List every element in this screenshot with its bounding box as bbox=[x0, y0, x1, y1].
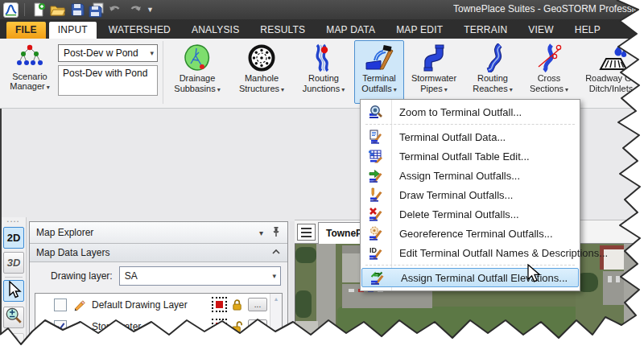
tool-select-cursor-button[interactable] bbox=[3, 280, 24, 302]
layer-options-button[interactable]: ... bbox=[248, 319, 267, 333]
panel-menu-caret-icon[interactable]: ▾ bbox=[259, 229, 263, 237]
tab-map-data[interactable]: MAP DATA bbox=[317, 22, 384, 39]
tool-zoom-forward-button bbox=[3, 333, 24, 350]
tool-2d-label: 2D bbox=[7, 232, 21, 244]
toolbar-grip[interactable]: •••• bbox=[2, 217, 26, 225]
menu-item-label: Terminal Outfall Table Edit... bbox=[391, 150, 530, 163]
tab-analysis[interactable]: ANALYSIS bbox=[183, 22, 248, 39]
ribbon-button-label: Routing bbox=[477, 73, 508, 84]
delete-outfall-icon bbox=[361, 207, 391, 221]
menu-item-delete-outfall[interactable]: Delete Terminal Outfalls... bbox=[361, 204, 580, 224]
ribbon-button-cross-sections[interactable]: CrossSections▾ bbox=[523, 40, 575, 104]
new-document-icon[interactable] bbox=[31, 2, 46, 18]
ribbon-button-drainage-subbasins[interactable]: DrainageSubbasins▾ bbox=[166, 40, 229, 104]
tab-input[interactable]: INPUT bbox=[49, 22, 97, 39]
panel-splitter[interactable] bbox=[290, 221, 295, 350]
outfall-data-icon bbox=[361, 130, 391, 144]
tab-view[interactable]: VIEW bbox=[519, 22, 562, 39]
lock-closed-icon[interactable] bbox=[231, 299, 244, 311]
svg-text:ID: ID bbox=[369, 246, 378, 254]
map-data-layers-header[interactable]: Map Data Layers bbox=[30, 244, 287, 262]
scenario-manager-button[interactable]: Scenario Manager▾ bbox=[5, 42, 55, 95]
lock-open-icon[interactable] bbox=[231, 320, 244, 333]
tool-3d-button[interactable]: 3D bbox=[3, 252, 24, 274]
ribbon-button-label: Stormwater bbox=[411, 73, 456, 84]
menu-item-elevation-outfall[interactable]: Assign Terminal Outfall Elevations... bbox=[361, 268, 579, 287]
save-icon[interactable] bbox=[69, 2, 85, 18]
scenario-select[interactable]: Post-Dev w Pond ▾ bbox=[58, 44, 158, 62]
scroll-up-icon[interactable]: ▲ bbox=[270, 294, 282, 305]
save-all-icon[interactable] bbox=[89, 2, 104, 18]
layer-options-button[interactable]: ... bbox=[248, 298, 267, 311]
ribbon-button-label: Pipes▾ bbox=[420, 84, 448, 95]
menu-item-outfall-data[interactable]: Terminal Outfall Data... bbox=[361, 127, 580, 146]
draw-outfall-icon bbox=[361, 187, 391, 202]
layer-color-swatch[interactable] bbox=[212, 319, 227, 334]
title-bar: ▼ TownePlace Suites - GeoSTORM Professio bbox=[0, 0, 644, 19]
mouse-cursor bbox=[527, 264, 543, 289]
layer-visibility-checkbox[interactable] bbox=[54, 342, 67, 350]
menu-item-outfall-table[interactable]: Terminal Outfall Table Edit... bbox=[361, 146, 580, 166]
menu-item-label: Delete Terminal Outfalls... bbox=[391, 208, 519, 220]
lock-open-icon[interactable] bbox=[231, 342, 244, 350]
qat-customize-icon[interactable]: ▼ bbox=[147, 6, 154, 14]
dropdown-caret-icon: ▾ bbox=[444, 86, 448, 93]
window-title: TownePlace Suites - GeoSTORM Professio bbox=[453, 3, 640, 14]
layer-color-swatch[interactable] bbox=[212, 340, 227, 350]
ribbon-button-label: Drainage bbox=[180, 73, 216, 84]
tab-terrain[interactable]: TERRAIN bbox=[455, 22, 516, 39]
layer-options-button[interactable]: ... bbox=[248, 341, 267, 350]
redo-icon[interactable] bbox=[127, 2, 142, 18]
ribbon-button-label: Manhole bbox=[245, 73, 279, 84]
ribbon-button-roadway-gutter[interactable]: Roadway GuttDitch/Inlets▾ bbox=[576, 40, 644, 104]
tab-watershed[interactable]: WATERSHED bbox=[100, 22, 180, 39]
pin-icon[interactable] bbox=[271, 226, 281, 239]
undo-icon[interactable] bbox=[108, 2, 123, 18]
open-file-icon[interactable] bbox=[50, 2, 65, 18]
tool-zoom-in-out-button[interactable] bbox=[3, 307, 24, 328]
layer-list-scrollbar[interactable]: ▲ bbox=[270, 294, 282, 350]
ribbon-button-manhole-structures[interactable]: ManholeStructures▾ bbox=[230, 40, 293, 104]
map-feature bbox=[295, 321, 318, 350]
map-feature bbox=[316, 244, 336, 350]
menu-item-draw-outfall[interactable]: Draw Terminal Outfalls... bbox=[361, 185, 580, 204]
tab-help[interactable]: HELP bbox=[566, 22, 609, 39]
dropdown-caret-icon: ▾ bbox=[394, 86, 397, 93]
map-feature bbox=[295, 290, 312, 318]
layer-color-swatch[interactable] bbox=[212, 297, 227, 312]
tab-map-edit[interactable]: MAP EDIT bbox=[387, 22, 452, 39]
map-explorer-title: Map Explorer bbox=[36, 227, 93, 238]
ribbon-button-routing-junctions[interactable]: RoutingJunctions▾ bbox=[295, 40, 353, 104]
menu-item-georeference-outfall[interactable]: Georeference Terminal Outfalls... bbox=[361, 224, 580, 243]
assign-outfall-icon bbox=[361, 168, 391, 183]
combo-arrow-icon[interactable]: ▾ bbox=[272, 272, 276, 280]
map-explorer-panel: Map Explorer ▾ Map Data Layers Drawing l… bbox=[29, 221, 288, 350]
tab-results[interactable]: RESULTS bbox=[251, 22, 314, 39]
map-tools-toolbar: •••• 2D3D bbox=[2, 217, 27, 350]
menu-item-assign-outfall[interactable]: Assign Terminal Outfalls... bbox=[361, 166, 580, 185]
map-feature bbox=[616, 276, 620, 282]
menu-item-label: Zoom to Terminal Outfall... bbox=[391, 106, 522, 118]
drawing-layer-select[interactable]: SA ▾ bbox=[119, 266, 281, 286]
ribbon-button-terminal-outfalls[interactable]: TerminalOutfalls▾ bbox=[354, 40, 404, 104]
scenario-name-field[interactable]: Post-Dev with Pond bbox=[58, 65, 158, 96]
ribbon-button-routing-reaches[interactable]: RoutingReaches▾ bbox=[464, 40, 522, 104]
layer-visibility-checkbox[interactable] bbox=[54, 299, 67, 311]
georeference-outfall-icon bbox=[361, 226, 391, 241]
document-menu-icon[interactable] bbox=[297, 224, 316, 241]
drainage-subbasins-icon bbox=[183, 43, 212, 73]
combo-arrow-icon[interactable]: ▾ bbox=[150, 49, 154, 57]
collapse-chevron-icon[interactable] bbox=[271, 247, 281, 258]
dropdown-caret-icon: ▾ bbox=[341, 86, 345, 93]
dropdown-caret-icon: ▾ bbox=[281, 86, 284, 93]
tool-2d-button[interactable]: 2D bbox=[3, 227, 24, 249]
layer-visibility-checkbox[interactable] bbox=[54, 320, 67, 333]
dropdown-caret-icon: ▾ bbox=[47, 84, 50, 91]
tab-file[interactable]: FILE bbox=[6, 22, 46, 39]
ribbon-button-label: Cross bbox=[538, 73, 561, 84]
scenario-manager-label-2: Manager▾ bbox=[10, 81, 49, 91]
ribbon-button-stormwater-pipes[interactable]: StormwaterPipes▾ bbox=[406, 40, 462, 104]
routing-junctions-icon bbox=[309, 43, 338, 73]
menu-item-id-outfall[interactable]: IDEdit Terminal Outfall Names & Descript… bbox=[361, 243, 580, 262]
menu-item-zoom-outfall[interactable]: Zoom to Terminal Outfall... bbox=[361, 102, 580, 121]
